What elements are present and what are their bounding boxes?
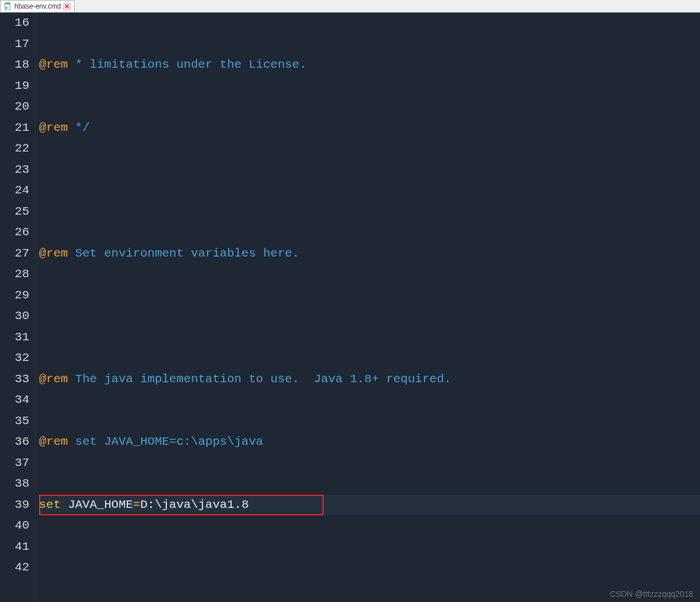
line-number: 35 [3, 411, 29, 432]
line-number: 33 [3, 369, 29, 390]
code-line: @rem set JAVA_HOME=c:\apps\java [39, 432, 700, 453]
line-number: 29 [3, 285, 29, 306]
line-number: 31 [3, 327, 29, 348]
code-line [39, 557, 700, 578]
line-number: 32 [3, 348, 29, 369]
line-number: 28 [3, 264, 29, 285]
tab-bar: hbase-env.cmd ✕ [0, 0, 700, 13]
code-line: @rem Set environment variables here. [39, 243, 700, 265]
line-number: 23 [3, 160, 29, 181]
highlighted-line[interactable]: set JAVA_HOME=D:\java\java1.8 [39, 495, 700, 516]
code-line: @rem * limitations under the License. [39, 55, 700, 76]
line-number: 38 [3, 473, 29, 495]
file-icon [4, 2, 12, 10]
line-number: 36 [3, 432, 29, 453]
line-number: 21 [3, 118, 29, 139]
editor[interactable]: 1617181920212223242526272829303132333435… [0, 13, 700, 602]
file-tab[interactable]: hbase-env.cmd ✕ [0, 0, 75, 12]
line-number-gutter: 1617181920212223242526272829303132333435… [0, 13, 36, 602]
svg-rect-1 [5, 3, 10, 5]
svg-point-2 [5, 7, 7, 9]
line-number: 30 [3, 306, 29, 327]
tab-filename: hbase-env.cmd [14, 2, 61, 10]
code-line: @rem */ [39, 118, 700, 139]
code-area[interactable]: @rem * limitations under the License. @r… [36, 13, 700, 602]
line-number: 41 [3, 537, 29, 558]
line-number: 40 [3, 515, 29, 537]
line-number: 18 [3, 55, 29, 76]
line-number: 27 [3, 243, 29, 265]
line-number: 42 [3, 557, 29, 578]
line-number: 22 [3, 138, 29, 160]
line-number: 17 [3, 34, 29, 55]
line-number: 39 [3, 495, 29, 516]
line-number: 26 [3, 222, 29, 243]
line-number: 24 [3, 180, 29, 201]
line-number: 19 [3, 76, 29, 97]
code-line: @rem The java implementation to use. Jav… [39, 369, 700, 390]
line-number: 20 [3, 96, 29, 118]
code-line [39, 306, 700, 327]
line-number: 25 [3, 201, 29, 223]
code-line [39, 180, 700, 201]
line-number: 16 [3, 13, 29, 34]
line-number: 37 [3, 453, 29, 474]
line-number: 34 [3, 390, 29, 411]
close-icon[interactable]: ✕ [63, 3, 71, 10]
